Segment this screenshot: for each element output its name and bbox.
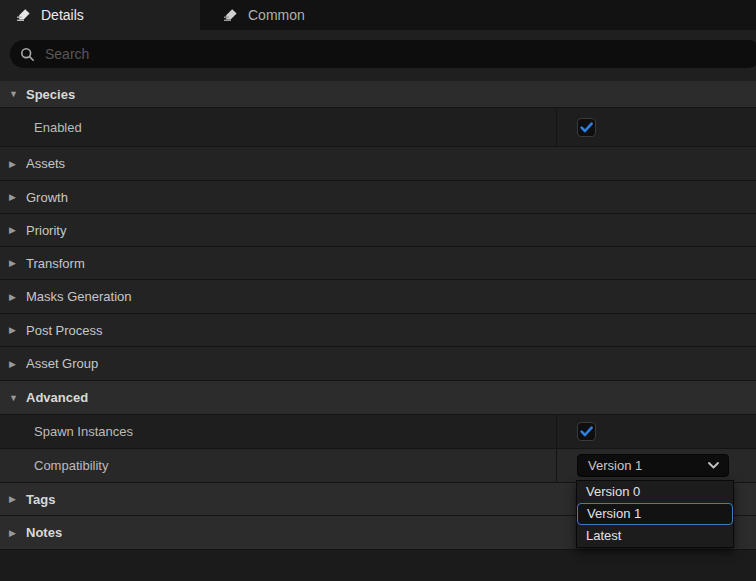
group-label: Masks Generation [26,289,132,304]
group-label: Transform [26,256,85,271]
chevron-right-triangle-icon[interactable]: ▶ [0,192,26,202]
property-label: Enabled [34,120,82,135]
group-row-masks-generation[interactable]: ▶ Masks Generation [0,280,756,314]
category-row-advanced[interactable]: ▼ Advanced [0,381,756,415]
chevron-right-triangle-icon[interactable]: ▶ [0,528,26,538]
chevron-right-triangle-icon[interactable]: ▶ [0,494,26,504]
details-pencil-icon [222,7,239,24]
checkmark-icon [580,426,593,437]
search-icon [20,47,35,62]
tab-bar: Details Common [0,0,756,30]
property-name-cell: Spawn Instances [0,415,557,448]
chevron-right-triangle-icon[interactable]: ▶ [0,159,26,169]
property-value-cell [557,415,756,448]
chevron-right-triangle-icon[interactable]: ▶ [0,325,26,335]
category-label: Species [26,87,75,102]
property-value-cell [557,108,756,146]
search-toolbar [0,30,756,81]
group-row-post-process[interactable]: ▶ Post Process [0,314,756,347]
enabled-checkbox[interactable] [577,118,596,137]
property-name-cell: Enabled [0,108,557,146]
dropdown-value: Version 1 [588,458,642,473]
group-label: Post Process [26,323,103,338]
compatibility-dropdown[interactable]: Version 1 [577,454,729,477]
property-row-enabled: Enabled [0,108,756,147]
group-row-asset-group[interactable]: ▶ Asset Group [0,347,756,381]
compatibility-dropdown-menu: Version 0 Version 1 Latest [576,480,734,548]
category-label: Advanced [26,390,88,405]
chevron-down-triangle-icon[interactable]: ▼ [0,89,26,99]
checkmark-icon [580,122,593,133]
chevron-down-triangle-icon[interactable]: ▼ [0,393,26,403]
group-row-growth[interactable]: ▶ Growth [0,181,756,214]
tab-common[interactable]: Common [207,0,397,30]
dropdown-option-latest[interactable]: Latest [577,525,733,547]
chevron-right-triangle-icon[interactable]: ▶ [0,258,26,268]
chevron-right-triangle-icon[interactable]: ▶ [0,292,26,302]
details-pencil-icon [15,7,32,24]
category-label: Tags [26,492,55,507]
group-label: Assets [26,156,65,171]
tab-details[interactable]: Details [0,0,200,30]
property-value-cell: Version 1 [557,449,756,482]
group-row-transform[interactable]: ▶ Transform [0,247,756,280]
chevron-down-icon [708,462,719,469]
spawn-instances-checkbox[interactable] [577,422,596,441]
dropdown-option-version-1[interactable]: Version 1 [577,503,733,525]
property-row-spawn-instances: Spawn Instances [0,415,756,449]
group-row-assets[interactable]: ▶ Assets [0,147,756,181]
search-input[interactable] [43,45,683,63]
chevron-right-triangle-icon[interactable]: ▶ [0,225,26,235]
group-label: Priority [26,223,66,238]
tab-common-label: Common [248,7,305,23]
search-box[interactable] [10,40,756,68]
property-name-cell: Compatibility [0,449,557,482]
property-label: Spawn Instances [34,424,133,439]
group-row-priority[interactable]: ▶ Priority [0,214,756,247]
dropdown-option-version-0[interactable]: Version 0 [577,481,733,503]
property-row-compatibility: Compatibility Version 1 [0,449,756,483]
property-label: Compatibility [34,458,108,473]
details-panel: Details Common [0,0,756,581]
category-row-species[interactable]: ▼ Species [0,81,756,108]
tab-details-label: Details [41,7,84,23]
group-label: Asset Group [26,356,98,371]
chevron-right-triangle-icon[interactable]: ▶ [0,359,26,369]
group-label: Growth [26,190,68,205]
category-label: Notes [26,525,62,540]
